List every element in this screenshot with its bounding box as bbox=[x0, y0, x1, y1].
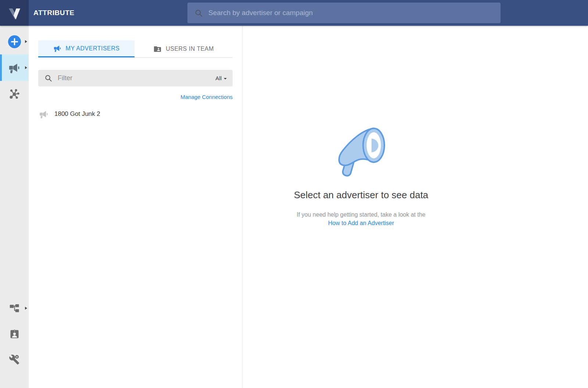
advertisers-panel: MY ADVERTISERS USERS IN TEAM All Manage … bbox=[29, 26, 243, 388]
manage-connections-link[interactable]: Manage Connections bbox=[180, 94, 233, 100]
plus-icon bbox=[8, 35, 21, 48]
tab-users-in-team[interactable]: USERS IN TEAM bbox=[135, 40, 233, 57]
filter-scope-dropdown[interactable]: All bbox=[215, 75, 227, 81]
megaphone-icon bbox=[39, 109, 49, 119]
expand-caret-icon[interactable] bbox=[25, 40, 27, 43]
empty-state-help-text: If you need help getting started, take a… bbox=[297, 211, 425, 218]
main-content: Select an advertiser to see data If you … bbox=[243, 26, 588, 388]
app-logo[interactable] bbox=[0, 0, 29, 26]
folder-shared-icon bbox=[153, 45, 162, 53]
expand-caret-icon[interactable] bbox=[25, 307, 27, 310]
expand-caret-icon[interactable] bbox=[25, 66, 27, 69]
advertiser-name: 1800 Got Junk 2 bbox=[54, 110, 100, 118]
v-logo-icon bbox=[6, 6, 22, 20]
chevron-down-icon bbox=[224, 78, 227, 79]
sidebar-item-contacts[interactable] bbox=[0, 321, 29, 347]
search-icon bbox=[44, 74, 53, 82]
global-search-input[interactable] bbox=[208, 9, 494, 17]
app-title: ATTRIBUTE bbox=[33, 9, 75, 17]
icon-rail-sidebar bbox=[0, 26, 29, 388]
empty-state-title: Select an advertiser to see data bbox=[294, 189, 429, 201]
tab-my-advertisers[interactable]: MY ADVERTISERS bbox=[38, 40, 135, 57]
filter-bar[interactable]: All bbox=[38, 70, 233, 86]
tab-label: MY ADVERTISERS bbox=[66, 45, 120, 52]
sidebar-item-tools[interactable] bbox=[0, 347, 29, 373]
panel-tabs: MY ADVERTISERS USERS IN TEAM bbox=[38, 40, 233, 58]
sidebar-item-add[interactable] bbox=[0, 29, 29, 54]
global-search-bar[interactable] bbox=[187, 3, 501, 23]
badge-icon bbox=[9, 328, 20, 340]
filter-input[interactable] bbox=[58, 74, 215, 82]
tree-icon bbox=[8, 302, 20, 314]
sidebar-item-connections[interactable] bbox=[0, 81, 29, 107]
manage-connections-row: Manage Connections bbox=[38, 94, 233, 100]
megaphone-icon bbox=[8, 61, 21, 74]
tab-label: USERS IN TEAM bbox=[166, 46, 214, 52]
search-icon bbox=[194, 8, 203, 18]
sidebar-item-hierarchy[interactable] bbox=[0, 295, 29, 321]
megaphone-illustration bbox=[330, 122, 392, 178]
how-to-add-advertiser-link[interactable]: How to Add an Advertiser bbox=[328, 220, 394, 227]
filter-scope-value: All bbox=[215, 75, 222, 81]
sidebar-item-advertisers[interactable] bbox=[0, 54, 29, 81]
megaphone-icon bbox=[53, 44, 62, 53]
advertiser-list: 1800 Got Junk 2 bbox=[38, 106, 233, 122]
top-header: ATTRIBUTE bbox=[0, 0, 588, 26]
advertiser-list-item[interactable]: 1800 Got Junk 2 bbox=[38, 106, 233, 122]
hub-icon bbox=[8, 88, 20, 100]
rail-spacer bbox=[0, 107, 29, 295]
wrench-gear-icon bbox=[8, 354, 20, 366]
